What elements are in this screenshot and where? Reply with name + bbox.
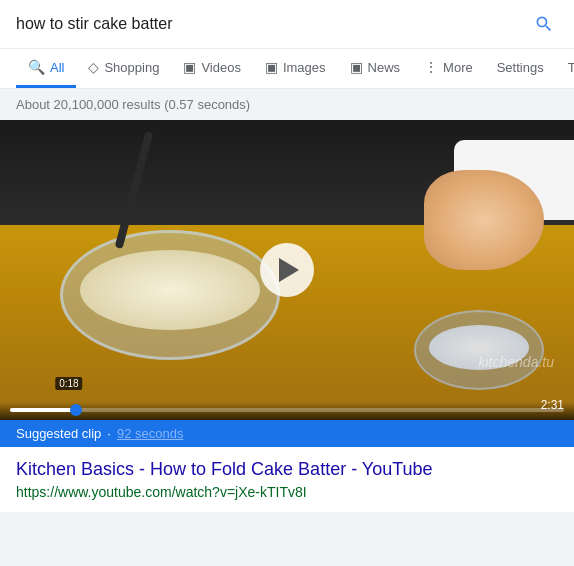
suggested-clip-bullet: ·	[107, 426, 111, 441]
tab-shopping[interactable]: ◇ Shopping	[76, 49, 171, 88]
video-player[interactable]: kitchenda.tu 0:18 2:31	[0, 120, 574, 420]
suggested-clip-bar: Suggested clip · 92 seconds	[0, 420, 574, 447]
tab-images[interactable]: ▣ Images	[253, 49, 338, 88]
video-hand	[424, 170, 544, 270]
shopping-icon: ◇	[88, 59, 99, 75]
tab-settings[interactable]: Settings	[485, 50, 556, 88]
more-icon: ⋮	[424, 59, 438, 75]
suggested-clip-label: Suggested clip	[16, 426, 101, 441]
tab-news[interactable]: ▣ News	[338, 49, 413, 88]
tab-videos[interactable]: ▣ Videos	[171, 49, 253, 88]
tab-images-label: Images	[283, 60, 326, 75]
search-icon	[534, 14, 554, 34]
video-controls: 2:31	[0, 402, 574, 420]
video-bowl-main	[60, 200, 280, 360]
tab-more[interactable]: ⋮ More	[412, 49, 485, 88]
search-bar	[0, 0, 574, 49]
images-icon: ▣	[265, 59, 278, 75]
bowl-inner	[80, 250, 260, 330]
result-title-link[interactable]: Kitchen Basics - How to Fold Cake Batter…	[16, 459, 558, 480]
tab-all-label: All	[50, 60, 64, 75]
results-count: About 20,100,000 results (0.57 seconds)	[0, 89, 574, 120]
progress-fill	[10, 408, 76, 412]
nav-tabs: 🔍 All ◇ Shopping ▣ Videos ▣ Images ▣ New…	[0, 49, 574, 89]
tab-all[interactable]: 🔍 All	[16, 49, 76, 88]
all-icon: 🔍	[28, 59, 45, 75]
video-watermark: kitchenda.tu	[479, 354, 555, 370]
progress-bar[interactable]	[10, 408, 564, 412]
search-input[interactable]	[16, 15, 530, 33]
current-time-badge: 0:18	[55, 377, 82, 390]
settings-label: Settings	[497, 60, 544, 75]
play-button[interactable]	[260, 243, 314, 297]
tab-news-label: News	[368, 60, 401, 75]
tab-videos-label: Videos	[201, 60, 241, 75]
videos-icon: ▣	[183, 59, 196, 75]
news-icon: ▣	[350, 59, 363, 75]
results-count-text: About 20,100,000 results (0.57 seconds)	[16, 97, 250, 112]
tools-label: Tools	[568, 60, 574, 75]
video-bowl-secondary	[414, 290, 544, 390]
tab-shopping-label: Shopping	[104, 60, 159, 75]
tab-tools[interactable]: Tools	[556, 50, 574, 88]
total-time: 2:31	[541, 398, 564, 412]
suggested-clip-duration[interactable]: 92 seconds	[117, 426, 184, 441]
search-button[interactable]	[530, 10, 558, 38]
tab-more-label: More	[443, 60, 473, 75]
result-url-link[interactable]: https://www.youtube.com/watch?v=jXe-kTIT…	[16, 484, 307, 500]
play-icon	[279, 258, 299, 282]
result-item: Kitchen Basics - How to Fold Cake Batter…	[0, 447, 574, 512]
progress-thumb	[70, 404, 82, 416]
